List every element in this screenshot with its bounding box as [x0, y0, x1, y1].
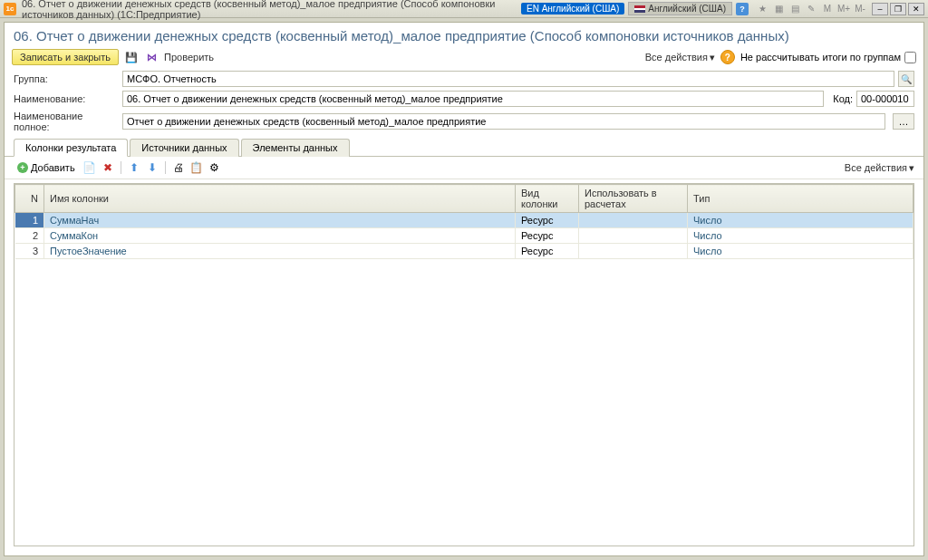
m-plus-button[interactable]: M+ — [837, 3, 850, 15]
cell-use — [579, 244, 688, 259]
group-input[interactable] — [122, 71, 894, 87]
cell-n: 2 — [15, 228, 44, 244]
table-row[interactable]: 3 ПустоеЗначение Ресурс Число — [15, 244, 914, 259]
title-icons: ★ ▦ ▤ ✎ M M+ M- — [756, 3, 866, 15]
main-toolbar: Записать и закрыть 💾 ⋈ Проверить Все дей… — [5, 45, 923, 69]
fullname-label: Наименование полное: — [14, 111, 119, 132]
tabs: Колонки результата Источники данных Элем… — [5, 134, 923, 157]
cell-name: ПустоеЗначение — [44, 244, 516, 259]
cell-type: Число — [688, 244, 914, 259]
move-up-button[interactable]: ⬆ — [127, 160, 141, 175]
help-icon[interactable]: ? — [736, 3, 749, 15]
language-label: Английский (США) — [648, 4, 726, 14]
titlebar: 1c 06. Отчет о движении денежных средств… — [0, 0, 928, 18]
table-toolbar: + Добавить 📄 ✖ ⬆ ⬇ 🖨 📋 ⚙ Все действия ▾ — [5, 157, 923, 179]
cell-type: Число — [688, 213, 914, 228]
checkbox-label: Не рассчитывать итоги по группам — [740, 52, 901, 63]
notes-icon[interactable]: ✎ — [805, 3, 817, 15]
cell-name: СуммаНач — [44, 213, 516, 228]
close-button[interactable]: ✕ — [908, 3, 924, 15]
main-container: 06. Отчет о движении денежных средств (к… — [4, 22, 924, 556]
calendar-icon[interactable]: ▤ — [788, 3, 801, 15]
copy-button[interactable]: 📄 — [82, 160, 97, 175]
maximize-button[interactable]: ❐ — [890, 3, 906, 15]
code-input[interactable] — [856, 91, 914, 107]
cell-type: Число — [688, 228, 914, 244]
m-minus-button[interactable]: M- — [854, 3, 866, 15]
plus-icon: + — [17, 162, 28, 173]
table-all-actions-dropdown[interactable]: Все действия ▾ — [845, 162, 914, 174]
export-button[interactable]: 📋 — [189, 160, 204, 175]
tab-data-sources[interactable]: Источники данных — [130, 139, 238, 157]
chevron-down-icon: ▾ — [710, 52, 715, 63]
app-icon: 1c — [4, 3, 16, 15]
columns-table: N Имя колонки Вид колонки Использовать в… — [14, 184, 914, 259]
flag-icon — [634, 5, 645, 13]
cell-use — [579, 213, 688, 228]
group-search-button[interactable]: 🔍 — [898, 71, 914, 87]
add-button[interactable]: + Добавить — [14, 161, 79, 174]
language-badge-us[interactable]: Английский (США) — [628, 2, 732, 15]
table-all-actions-label: Все действия — [845, 162, 907, 173]
tab-result-columns[interactable]: Колонки результата — [14, 139, 128, 157]
save-close-button[interactable]: Записать и закрыть — [12, 49, 119, 65]
code-label: Код: — [833, 93, 853, 104]
cell-name: СуммаКон — [44, 228, 516, 244]
print-button[interactable]: 🖨 — [171, 160, 186, 175]
col-kind[interactable]: Вид колонки — [516, 185, 579, 213]
col-use[interactable]: Использовать в расчетах — [579, 185, 688, 213]
calc-icon[interactable]: ▦ — [772, 3, 785, 15]
edit-button[interactable]: ✖ — [101, 160, 115, 175]
cell-kind: Ресурс — [516, 213, 579, 228]
m-button[interactable]: M — [821, 3, 834, 15]
chevron-down-icon: ▾ — [909, 162, 914, 174]
minimize-button[interactable]: – — [872, 3, 888, 15]
check-button[interactable]: Проверить — [164, 52, 214, 63]
fullname-ellipsis-button[interactable]: … — [893, 113, 914, 130]
group-label: Группа: — [14, 73, 119, 84]
table-container: N Имя колонки Вид колонки Использовать в… — [14, 183, 914, 546]
favorite-icon[interactable]: ★ — [756, 3, 768, 15]
tab-data-elements[interactable]: Элементы данных — [241, 139, 350, 157]
col-type[interactable]: Тип — [688, 185, 914, 213]
cell-n: 3 — [15, 244, 44, 259]
no-group-totals-checkbox[interactable]: Не рассчитывать итоги по группам — [740, 52, 916, 63]
col-n[interactable]: N — [15, 185, 44, 213]
cell-kind: Ресурс — [516, 244, 579, 259]
fullname-row: Наименование полное: … — [5, 109, 923, 134]
table-row[interactable]: 2 СуммаКон Ресурс Число — [15, 228, 914, 244]
settings-button[interactable]: ⚙ — [208, 160, 222, 175]
move-down-button[interactable]: ⬇ — [145, 160, 160, 175]
help-button[interactable]: ? — [720, 50, 735, 64]
link-icon[interactable]: ⋈ — [144, 50, 159, 64]
name-input[interactable] — [122, 91, 824, 107]
name-row: Наименование: Код: — [5, 89, 923, 109]
page-header: 06. Отчет о движении денежных средств (к… — [5, 23, 923, 45]
window-title: 06. Отчет о движении денежных средств (к… — [22, 0, 521, 20]
save-icon[interactable]: 💾 — [124, 50, 139, 64]
language-badge-en[interactable]: EN Английский (США) — [521, 3, 624, 14]
col-name[interactable]: Имя колонки — [44, 185, 516, 213]
name-label: Наименование: — [14, 93, 119, 104]
window-controls: – ❐ ✕ — [872, 3, 924, 15]
page-title: 06. Отчет о движении денежных средств (к… — [14, 28, 914, 43]
no-group-totals-input[interactable] — [904, 52, 916, 63]
all-actions-label: Все действия — [645, 52, 708, 63]
table-row[interactable]: 1 СуммаНач Ресурс Число — [15, 213, 914, 228]
cell-kind: Ресурс — [516, 228, 579, 244]
add-label: Добавить — [31, 162, 75, 173]
group-row: Группа: 🔍 — [5, 69, 923, 89]
all-actions-dropdown[interactable]: Все действия ▾ — [645, 52, 715, 63]
table-header-row: N Имя колонки Вид колонки Использовать в… — [15, 185, 914, 213]
fullname-input[interactable] — [122, 113, 885, 130]
cell-use — [579, 228, 688, 244]
cell-n: 1 — [15, 213, 44, 228]
